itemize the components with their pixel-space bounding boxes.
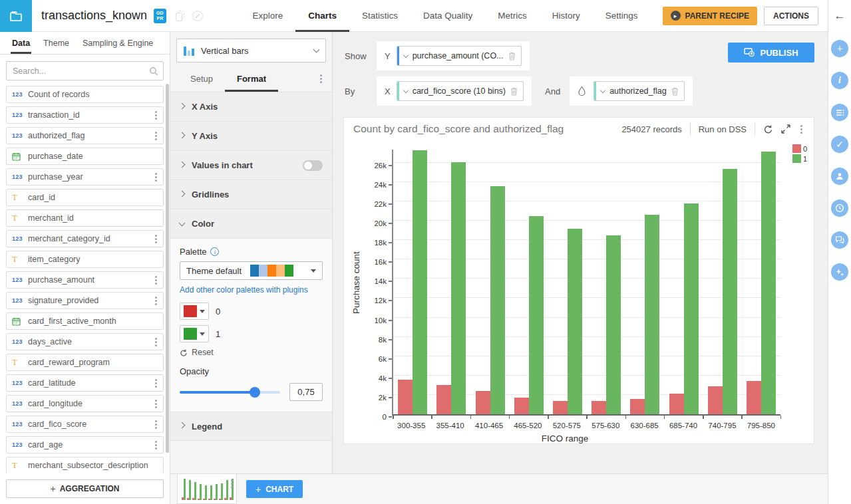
field-card-reward-program[interactable]: Tcard_reward_program <box>6 354 164 371</box>
field-card-fico-score[interactable]: 123card_fico_score <box>6 416 164 433</box>
field-menu-icon[interactable] <box>153 378 159 389</box>
bar-series-1[interactable] <box>723 169 737 414</box>
slider-handle[interactable] <box>250 387 260 398</box>
field-purchase-date[interactable]: purchase_date <box>6 148 164 165</box>
bar-series-1[interactable] <box>529 216 544 414</box>
field-menu-icon[interactable] <box>153 110 159 121</box>
add-chart-button[interactable]: + CHART <box>246 480 303 498</box>
color-swatch-dropdown[interactable] <box>180 303 209 320</box>
field-menu-icon[interactable] <box>153 172 159 183</box>
tab-history[interactable]: History <box>540 0 593 32</box>
plus-icon[interactable]: + <box>831 40 848 57</box>
run-on-dss-button[interactable]: Run on DSS <box>699 124 747 134</box>
tab-charts[interactable]: Charts <box>295 0 349 32</box>
expand-icon[interactable] <box>781 124 790 134</box>
section-x-axis[interactable]: X Axis <box>170 92 332 121</box>
sidebar-tab-sampling-engine[interactable]: Sampling & Engine <box>77 32 158 54</box>
tab-format[interactable]: Format <box>225 65 278 92</box>
history-icon[interactable] <box>831 199 848 217</box>
bar-series-0[interactable] <box>476 391 490 414</box>
plugins-link[interactable]: Add other color palettes with plugins <box>180 285 323 295</box>
section-legend[interactable]: Legend <box>170 412 332 441</box>
field-menu-icon[interactable] <box>153 398 159 410</box>
field-menu-icon[interactable] <box>153 419 159 430</box>
opacity-value-input[interactable] <box>289 383 323 401</box>
sidebar-scrollbar[interactable] <box>166 84 169 453</box>
tab-statistics[interactable]: Statistics <box>349 0 411 32</box>
chart-type-select[interactable]: Vertical bars <box>176 39 326 63</box>
field-card-first-active-month[interactable]: card_first_active_month <box>6 313 164 330</box>
trash-icon[interactable] <box>508 52 516 61</box>
details-icon[interactable] <box>831 104 848 121</box>
field-menu-icon[interactable] <box>153 336 159 348</box>
field-merchant-category-id[interactable]: 123merchant_category_id <box>6 230 164 247</box>
bar-series-0[interactable] <box>514 398 529 414</box>
palette-select[interactable]: Theme default <box>180 261 323 280</box>
field-purchase-year[interactable]: 123purchase_year <box>6 168 164 186</box>
field-menu-icon[interactable] <box>153 275 159 286</box>
checklist-icon[interactable]: ✓ <box>831 136 848 153</box>
section-gridlines[interactable]: Gridlines <box>170 180 332 209</box>
sparkles-icon[interactable] <box>831 263 848 281</box>
y-measure-pill[interactable]: purchase_amount (CO... <box>397 46 522 66</box>
bar-series-1[interactable] <box>645 215 659 414</box>
bar-series-1[interactable] <box>568 229 582 414</box>
field-days-active[interactable]: 123days_active <box>6 333 164 350</box>
field-authorized-flag[interactable]: 123authorized_flag <box>6 127 164 144</box>
bar-series-1[interactable] <box>684 203 699 414</box>
bar-series-1[interactable] <box>490 186 505 414</box>
bar-series-0[interactable] <box>398 380 413 414</box>
field-item-category[interactable]: Titem_category <box>6 251 164 268</box>
field-merchant-id[interactable]: Tmerchant_id <box>6 209 164 227</box>
parent-recipe-button[interactable]: ▸ PARENT RECIPE <box>663 7 757 25</box>
color-dimension-pill[interactable]: authorized_flag <box>594 81 684 101</box>
field-card-longitude[interactable]: 123card_longitude <box>6 395 164 412</box>
search-input[interactable] <box>6 61 164 80</box>
bar-series-1[interactable] <box>451 162 466 414</box>
dataset-logo[interactable] <box>0 0 32 32</box>
collapse-panel-icon[interactable]: ← <box>834 9 846 23</box>
bar-series-0[interactable] <box>669 394 684 414</box>
bar-series-0[interactable] <box>592 401 606 414</box>
refresh-icon[interactable] <box>763 124 773 134</box>
bar-series-1[interactable] <box>761 152 776 414</box>
aggregation-button[interactable]: + AGGREGATION <box>6 479 164 498</box>
thumbnail-menu-icon[interactable] <box>229 478 235 489</box>
chart-thumbnail-tab[interactable] <box>177 474 237 504</box>
bar-series-1[interactable] <box>413 150 427 414</box>
x-dimension-pill[interactable]: card_fico_score (10 bins) <box>397 81 524 101</box>
field-count-of-records[interactable]: 123Count of records <box>6 86 164 103</box>
tab-metrics[interactable]: Metrics <box>485 0 540 32</box>
field-menu-icon[interactable] <box>153 440 159 451</box>
field-purchase-amount[interactable]: 123purchase_amount <box>6 271 164 289</box>
section-color[interactable]: Color <box>170 209 332 238</box>
sidebar-tab-theme[interactable]: Theme <box>38 32 75 54</box>
tab-setup[interactable]: Setup <box>178 65 225 92</box>
bar-series-0[interactable] <box>436 385 451 414</box>
sidebar-tab-data[interactable]: Data <box>7 32 35 54</box>
bar-series-0[interactable] <box>708 386 723 414</box>
section-y-axis[interactable]: Y Axis <box>170 121 332 150</box>
field-menu-icon[interactable] <box>153 130 159 142</box>
field-merchant-subsector-description[interactable]: Tmerchant_subsector_description <box>6 457 164 473</box>
actions-button[interactable]: ACTIONS <box>764 7 818 25</box>
bar-series-0[interactable] <box>630 399 645 414</box>
color-swatch-dropdown[interactable] <box>180 325 209 342</box>
info-icon[interactable]: i <box>831 72 848 89</box>
field-signature-provided[interactable]: 123signature_provided <box>6 292 164 309</box>
tab-explore[interactable]: Explore <box>240 0 295 32</box>
field-menu-icon[interactable] <box>153 233 159 245</box>
discussions-icon[interactable] <box>831 231 848 249</box>
field-menu-icon[interactable] <box>153 295 159 307</box>
trash-icon[interactable] <box>671 87 679 96</box>
field-transaction-id[interactable]: 123transaction_id <box>6 106 164 124</box>
field-card-age[interactable]: 123card_age <box>6 436 164 453</box>
opacity-slider[interactable] <box>180 391 280 394</box>
tab-settings[interactable]: Settings <box>593 0 651 32</box>
chart-menu-icon[interactable] <box>798 124 804 135</box>
trash-icon[interactable] <box>510 87 518 96</box>
config-menu-icon[interactable] <box>318 73 324 84</box>
bar-series-0[interactable] <box>747 381 761 414</box>
bar-series-1[interactable] <box>606 235 621 414</box>
tab-data-quality[interactable]: Data Quality <box>411 0 485 32</box>
